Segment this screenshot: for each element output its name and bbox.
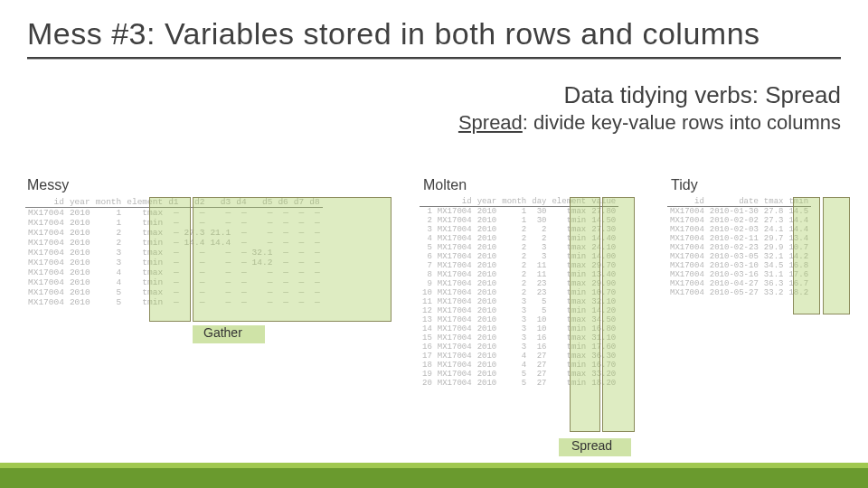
label-tidy: Tidy	[671, 177, 698, 193]
gather-label: Gather	[203, 325, 242, 340]
label-molten: Molten	[423, 177, 467, 193]
desc-rest: : divide key-value rows into columns	[523, 111, 841, 134]
highlight-tidy-tmax	[793, 197, 820, 314]
footer-bar	[0, 468, 868, 488]
spread-label: Spread	[571, 438, 612, 453]
slide-title: Mess #3: Variables stored in both rows a…	[0, 0, 868, 52]
slide-description: Spread: divide key-value rows into colum…	[0, 109, 868, 135]
highlight-molten-element	[570, 197, 600, 432]
highlight-molten-value	[602, 197, 635, 432]
highlight-messy-days	[193, 197, 392, 322]
highlight-messy-element	[149, 197, 191, 322]
desc-verb: Spread	[458, 111, 523, 134]
label-messy: Messy	[27, 177, 69, 193]
slide-subtitle: Data tidying verbs: Spread	[0, 60, 868, 109]
highlight-tidy-tmin	[823, 197, 850, 314]
